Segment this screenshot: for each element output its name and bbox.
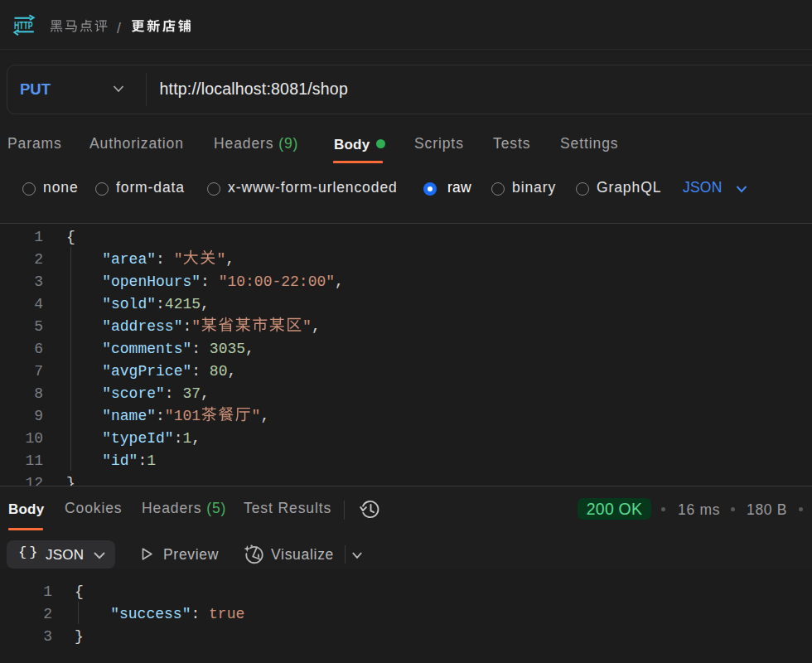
- svg-text:HTTP: HTTP: [14, 20, 33, 31]
